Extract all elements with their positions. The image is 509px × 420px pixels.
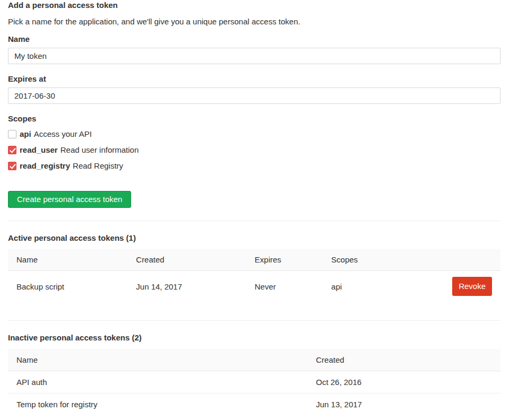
token-name-input[interactable] <box>8 48 501 64</box>
inactive-col-created: Created <box>307 349 501 371</box>
active-col-created: Created <box>127 249 246 271</box>
scope-read-user-description: Read user information <box>61 145 139 155</box>
scope-api-description: Access your API <box>34 129 92 139</box>
token-scopes-cell: api <box>323 271 444 302</box>
token-name-label: Name <box>8 35 501 43</box>
scope-read-registry-description: Read Registry <box>73 161 123 171</box>
active-col-expires: Expires <box>246 249 323 271</box>
scope-read-registry-name: read_registry <box>20 161 70 171</box>
active-tokens-title: Active personal access tokens (1) <box>8 234 501 243</box>
page-title: Add a personal access token <box>8 1 501 10</box>
token-created-cell: Jun 13, 2017 <box>307 393 501 415</box>
scopes-label: Scopes <box>8 115 501 123</box>
scope-api-row[interactable]: api Access your API <box>8 129 501 139</box>
form-description: Pick a name for the application, and we'… <box>8 18 501 26</box>
token-name-cell: Temp token for registry <box>8 393 307 415</box>
table-row: Backup script Jun 14, 2017 Never api Rev… <box>8 271 501 302</box>
table-row: API auth Oct 26, 2016 <box>8 371 501 393</box>
section-divider <box>8 221 501 221</box>
token-created-cell: Oct 26, 2016 <box>307 371 501 393</box>
scope-read-user-name: read_user <box>20 145 58 155</box>
revoke-button[interactable]: Revoke <box>452 277 492 296</box>
token-expires-cell: Never <box>246 271 323 302</box>
scope-read-user-checkbox[interactable] <box>8 146 16 154</box>
inactive-tokens-title: Inactive personal access tokens (2) <box>8 334 501 343</box>
scope-read-registry-checkbox[interactable] <box>8 162 16 170</box>
expires-at-input[interactable] <box>8 88 501 104</box>
token-created-cell: Jun 14, 2017 <box>127 271 246 302</box>
inactive-tokens-table: Name Created API auth Oct 26, 2016 Temp … <box>8 349 501 415</box>
create-token-button[interactable]: Create personal access token <box>8 191 131 208</box>
scope-read-user-row[interactable]: read_user Read user information <box>8 145 501 155</box>
section-divider <box>8 320 501 321</box>
scope-api-name: api <box>20 129 31 139</box>
token-action-cell: Revoke <box>444 271 501 302</box>
active-col-name: Name <box>8 249 127 271</box>
token-name-cell: API auth <box>8 371 307 393</box>
inactive-tokens-header: Name Created <box>8 349 501 371</box>
active-tokens-table: Name Created Expires Scopes Backup scrip… <box>8 249 501 302</box>
table-row: Temp token for registry Jun 13, 2017 <box>8 393 501 415</box>
active-col-scopes: Scopes <box>323 249 444 271</box>
scope-api-checkbox[interactable] <box>8 130 16 138</box>
expires-at-label: Expires at <box>8 75 501 83</box>
inactive-col-name: Name <box>8 349 307 371</box>
personal-access-tokens-page: Add a personal access token Pick a name … <box>8 0 501 415</box>
active-tokens-header: Name Created Expires Scopes <box>8 249 501 271</box>
scope-read-registry-row[interactable]: read_registry Read Registry <box>8 161 501 171</box>
token-name-cell: Backup script <box>8 271 127 302</box>
active-col-actions <box>444 249 501 271</box>
